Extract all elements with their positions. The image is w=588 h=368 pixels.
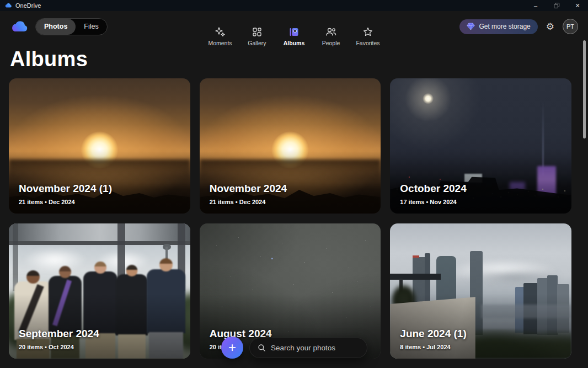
nav-item-albums[interactable]: Albums (279, 26, 309, 46)
add-button[interactable]: + (221, 337, 243, 359)
album-title: November 2024 (210, 183, 287, 195)
album-meta: 21 items • Dec 2024 (210, 199, 287, 205)
album-card-september-2024[interactable]: September 2024 20 items • Oct 2024 (9, 223, 190, 359)
album-label: October 2024 17 items • Nov 2024 (400, 183, 466, 205)
nav-label: Favorites (356, 40, 379, 46)
album-label: September 2024 20 items • Oct 2024 (19, 328, 99, 350)
app-header: Photos Files Moments Gallery (0, 11, 588, 42)
restore-icon (554, 3, 559, 8)
search-bar[interactable] (249, 338, 367, 358)
album-label: November 2024 21 items • Dec 2024 (210, 183, 287, 205)
star-icon (362, 26, 373, 38)
avatar-initials: PT (566, 23, 574, 30)
nav-item-people[interactable]: People (316, 26, 346, 46)
album-card-june-2024-1[interactable]: June 2024 (1) 8 items • Jul 2024 (390, 223, 571, 359)
onedrive-cloud-icon (4, 3, 12, 8)
onedrive-window: OneDrive – ✕ Photos Files (0, 0, 588, 368)
album-label: June 2024 (1) 8 items • Jul 2024 (400, 328, 466, 350)
window-controls: – ✕ (525, 0, 588, 11)
nav-label: Gallery (248, 40, 266, 46)
titlebar: OneDrive – ✕ (0, 0, 588, 11)
album-title: June 2024 (1) (400, 328, 466, 340)
primary-nav: Moments Gallery Albums (205, 26, 383, 46)
toggle-files[interactable]: Files (76, 19, 106, 35)
nav-label: People (322, 40, 340, 46)
photo-book-icon (288, 26, 300, 38)
plus-icon: + (228, 340, 236, 355)
album-label: November 2024 (1) 21 items • Dec 2024 (19, 183, 112, 205)
album-card-october-2024[interactable]: October 2024 17 items • Nov 2024 (390, 78, 571, 214)
nav-item-moments[interactable]: Moments (205, 26, 235, 46)
settings-gear-icon[interactable]: ⚙ (546, 22, 554, 31)
toggle-photos[interactable]: Photos (36, 19, 76, 35)
album-title: October 2024 (400, 183, 466, 195)
album-meta: 20 items • Oct 2024 (19, 344, 99, 350)
album-card-november-2024[interactable]: November 2024 21 items • Dec 2024 (200, 78, 381, 214)
close-icon: ✕ (575, 2, 580, 9)
album-card-november-2024-1[interactable]: November 2024 (1) 21 items • Dec 2024 (9, 78, 190, 214)
minimize-icon: – (534, 2, 537, 9)
get-more-storage-button[interactable]: Get more storage (459, 19, 537, 34)
nav-label: Albums (284, 40, 305, 46)
minimize-button[interactable]: – (525, 0, 546, 11)
people-icon (325, 26, 336, 38)
album-title: November 2024 (1) (19, 183, 112, 195)
search-input[interactable] (271, 344, 354, 352)
header-actions: Get more storage ⚙ PT (459, 19, 578, 34)
restore-button[interactable] (546, 0, 567, 11)
album-title: September 2024 (19, 328, 99, 340)
sparkle-icon (215, 26, 226, 38)
titlebar-app-identity: OneDrive (0, 2, 41, 9)
close-button[interactable]: ✕ (567, 0, 588, 11)
nav-label: Moments (208, 40, 232, 46)
album-meta: 8 items • Jul 2024 (400, 344, 466, 350)
onedrive-cloud-icon (10, 20, 29, 33)
nav-item-favorites[interactable]: Favorites (353, 26, 383, 46)
grid-icon (252, 26, 263, 38)
storage-button-label: Get more storage (479, 23, 530, 30)
albums-grid: November 2024 (1) 21 items • Dec 2024 No… (9, 78, 571, 359)
diamond-icon (467, 23, 475, 30)
vertical-scrollbar-thumb[interactable] (583, 40, 586, 138)
onedrive-logo[interactable] (10, 20, 29, 33)
album-meta: 17 items • Nov 2024 (400, 199, 466, 205)
page-title: Albums (10, 46, 588, 72)
account-avatar[interactable]: PT (563, 19, 578, 34)
photos-files-toggle: Photos Files (35, 18, 108, 35)
search-icon (258, 344, 266, 352)
nav-item-gallery[interactable]: Gallery (242, 26, 272, 46)
album-meta: 21 items • Dec 2024 (19, 199, 112, 205)
app-title: OneDrive (15, 2, 41, 9)
